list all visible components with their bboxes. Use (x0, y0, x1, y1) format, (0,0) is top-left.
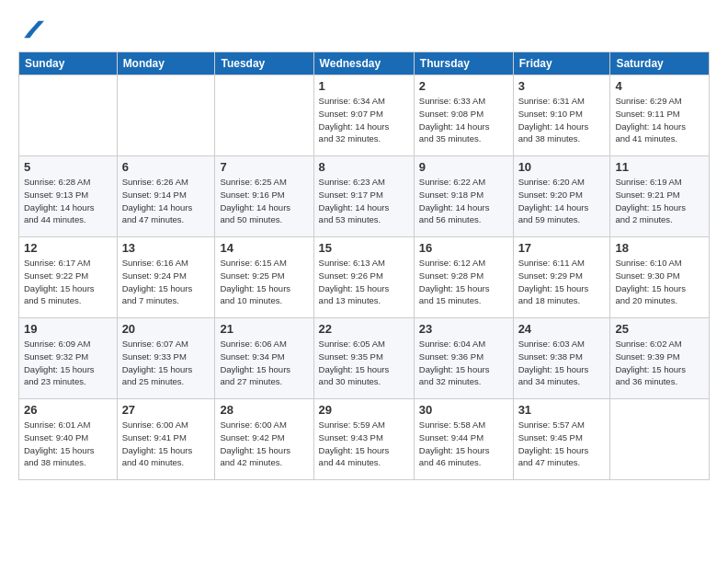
calendar-cell: 7Sunrise: 6:25 AM Sunset: 9:16 PM Daylig… (215, 156, 313, 237)
day-info: Sunrise: 6:34 AM Sunset: 9:07 PM Dayligh… (319, 95, 409, 145)
day-info: Sunrise: 6:33 AM Sunset: 9:08 PM Dayligh… (419, 95, 508, 145)
day-number: 25 (615, 322, 704, 336)
calendar-week-2: 5Sunrise: 6:28 AM Sunset: 9:13 PM Daylig… (19, 156, 710, 237)
weekday-header-tuesday: Tuesday (215, 52, 313, 75)
calendar-cell: 3Sunrise: 6:31 AM Sunset: 9:10 PM Daylig… (513, 75, 610, 156)
day-number: 30 (419, 403, 508, 417)
calendar-cell: 5Sunrise: 6:28 AM Sunset: 9:13 PM Daylig… (19, 156, 118, 237)
day-number: 14 (220, 241, 308, 255)
calendar-cell: 31Sunrise: 5:57 AM Sunset: 9:45 PM Dayli… (513, 399, 610, 480)
day-number: 12 (24, 241, 112, 255)
day-info: Sunrise: 5:59 AM Sunset: 9:43 PM Dayligh… (319, 419, 409, 469)
calendar-cell: 10Sunrise: 6:20 AM Sunset: 9:20 PM Dayli… (513, 156, 610, 237)
calendar-cell: 28Sunrise: 6:00 AM Sunset: 9:42 PM Dayli… (215, 399, 313, 480)
calendar-cell: 11Sunrise: 6:19 AM Sunset: 9:21 PM Dayli… (610, 156, 710, 237)
calendar-cell: 23Sunrise: 6:04 AM Sunset: 9:36 PM Dayli… (414, 318, 513, 399)
day-number: 1 (319, 79, 409, 93)
day-info: Sunrise: 6:15 AM Sunset: 9:25 PM Dayligh… (220, 257, 308, 307)
day-number: 11 (615, 160, 704, 174)
day-number: 16 (419, 241, 508, 255)
day-info: Sunrise: 6:19 AM Sunset: 9:21 PM Dayligh… (615, 176, 704, 226)
day-number: 17 (518, 241, 606, 255)
calendar-cell: 15Sunrise: 6:13 AM Sunset: 9:26 PM Dayli… (313, 237, 414, 318)
day-number: 2 (419, 79, 508, 93)
calendar-cell: 21Sunrise: 6:06 AM Sunset: 9:34 PM Dayli… (215, 318, 313, 399)
day-number: 9 (419, 160, 508, 174)
day-info: Sunrise: 6:29 AM Sunset: 9:11 PM Dayligh… (615, 95, 704, 145)
day-info: Sunrise: 6:04 AM Sunset: 9:36 PM Dayligh… (419, 338, 508, 388)
day-info: Sunrise: 6:09 AM Sunset: 9:32 PM Dayligh… (24, 338, 112, 388)
day-number: 20 (122, 322, 210, 336)
day-info: Sunrise: 6:23 AM Sunset: 9:17 PM Dayligh… (319, 176, 409, 226)
calendar-cell: 16Sunrise: 6:12 AM Sunset: 9:28 PM Dayli… (414, 237, 513, 318)
day-info: Sunrise: 6:05 AM Sunset: 9:35 PM Dayligh… (319, 338, 409, 388)
calendar-cell: 6Sunrise: 6:26 AM Sunset: 9:14 PM Daylig… (117, 156, 215, 237)
weekday-header-wednesday: Wednesday (313, 52, 414, 75)
day-info: Sunrise: 6:11 AM Sunset: 9:29 PM Dayligh… (518, 257, 606, 307)
day-info: Sunrise: 6:28 AM Sunset: 9:13 PM Dayligh… (24, 176, 112, 226)
day-number: 22 (319, 322, 409, 336)
day-number: 21 (220, 322, 308, 336)
day-number: 5 (24, 160, 112, 174)
calendar-cell: 25Sunrise: 6:02 AM Sunset: 9:39 PM Dayli… (610, 318, 710, 399)
day-number: 23 (419, 322, 508, 336)
day-info: Sunrise: 6:00 AM Sunset: 9:42 PM Dayligh… (220, 419, 308, 469)
weekday-header-sunday: Sunday (19, 52, 118, 75)
svg-marker-1 (24, 32, 34, 38)
weekday-header-monday: Monday (117, 52, 215, 75)
day-info: Sunrise: 6:02 AM Sunset: 9:39 PM Dayligh… (615, 338, 704, 388)
calendar-week-1: 1Sunrise: 6:34 AM Sunset: 9:07 PM Daylig… (19, 75, 710, 156)
logo (18, 17, 48, 42)
day-info: Sunrise: 6:22 AM Sunset: 9:18 PM Dayligh… (419, 176, 508, 226)
day-info: Sunrise: 5:58 AM Sunset: 9:44 PM Dayligh… (419, 419, 508, 469)
calendar-cell: 12Sunrise: 6:17 AM Sunset: 9:22 PM Dayli… (19, 237, 118, 318)
logo-icon (18, 17, 44, 42)
day-number: 13 (122, 241, 210, 255)
header (18, 17, 710, 42)
day-number: 10 (518, 160, 606, 174)
calendar-cell: 9Sunrise: 6:22 AM Sunset: 9:18 PM Daylig… (414, 156, 513, 237)
day-info: Sunrise: 6:07 AM Sunset: 9:33 PM Dayligh… (122, 338, 210, 388)
day-number: 24 (518, 322, 606, 336)
calendar-cell: 29Sunrise: 5:59 AM Sunset: 9:43 PM Dayli… (313, 399, 414, 480)
day-number: 4 (615, 79, 704, 93)
weekday-header-thursday: Thursday (414, 52, 513, 75)
calendar-cell: 18Sunrise: 6:10 AM Sunset: 9:30 PM Dayli… (610, 237, 710, 318)
day-info: Sunrise: 6:10 AM Sunset: 9:30 PM Dayligh… (615, 257, 704, 307)
day-number: 6 (122, 160, 210, 174)
calendar-cell: 1Sunrise: 6:34 AM Sunset: 9:07 PM Daylig… (313, 75, 414, 156)
calendar-cell: 30Sunrise: 5:58 AM Sunset: 9:44 PM Dayli… (414, 399, 513, 480)
day-number: 26 (24, 403, 112, 417)
calendar-cell (610, 399, 710, 480)
calendar-cell: 24Sunrise: 6:03 AM Sunset: 9:38 PM Dayli… (513, 318, 610, 399)
day-info: Sunrise: 6:16 AM Sunset: 9:24 PM Dayligh… (122, 257, 210, 307)
day-number: 31 (518, 403, 606, 417)
calendar-cell (117, 75, 215, 156)
day-number: 27 (122, 403, 210, 417)
calendar-cell (19, 75, 118, 156)
calendar-cell: 17Sunrise: 6:11 AM Sunset: 9:29 PM Dayli… (513, 237, 610, 318)
calendar-cell: 8Sunrise: 6:23 AM Sunset: 9:17 PM Daylig… (313, 156, 414, 237)
calendar-cell: 22Sunrise: 6:05 AM Sunset: 9:35 PM Dayli… (313, 318, 414, 399)
day-number: 29 (319, 403, 409, 417)
calendar-week-3: 12Sunrise: 6:17 AM Sunset: 9:22 PM Dayli… (19, 237, 710, 318)
day-info: Sunrise: 6:31 AM Sunset: 9:10 PM Dayligh… (518, 95, 606, 145)
calendar-cell: 27Sunrise: 6:00 AM Sunset: 9:41 PM Dayli… (117, 399, 215, 480)
day-number: 3 (518, 79, 606, 93)
calendar-cell: 20Sunrise: 6:07 AM Sunset: 9:33 PM Dayli… (117, 318, 215, 399)
calendar-cell: 19Sunrise: 6:09 AM Sunset: 9:32 PM Dayli… (19, 318, 118, 399)
weekday-header-friday: Friday (513, 52, 610, 75)
calendar-cell: 26Sunrise: 6:01 AM Sunset: 9:40 PM Dayli… (19, 399, 118, 480)
page: SundayMondayTuesdayWednesdayThursdayFrid… (0, 0, 728, 489)
day-info: Sunrise: 6:25 AM Sunset: 9:16 PM Dayligh… (220, 176, 308, 226)
svg-marker-0 (28, 21, 44, 32)
day-number: 19 (24, 322, 112, 336)
day-info: Sunrise: 6:06 AM Sunset: 9:34 PM Dayligh… (220, 338, 308, 388)
day-info: Sunrise: 6:13 AM Sunset: 9:26 PM Dayligh… (319, 257, 409, 307)
calendar-table: SundayMondayTuesdayWednesdayThursdayFrid… (18, 52, 710, 480)
calendar-week-4: 19Sunrise: 6:09 AM Sunset: 9:32 PM Dayli… (19, 318, 710, 399)
day-info: Sunrise: 6:26 AM Sunset: 9:14 PM Dayligh… (122, 176, 210, 226)
calendar-cell: 13Sunrise: 6:16 AM Sunset: 9:24 PM Dayli… (117, 237, 215, 318)
calendar-week-5: 26Sunrise: 6:01 AM Sunset: 9:40 PM Dayli… (19, 399, 710, 480)
day-number: 18 (615, 241, 704, 255)
